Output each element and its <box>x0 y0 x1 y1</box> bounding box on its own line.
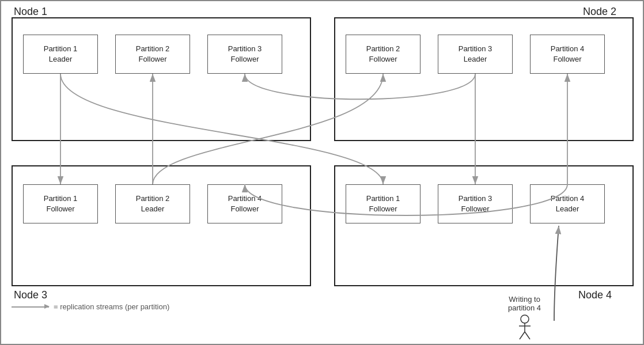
node2-label: Node 2 <box>583 6 616 18</box>
svg-line-4 <box>520 332 525 339</box>
svg-point-1 <box>521 315 529 323</box>
partition-n4-p3: Partition 3 Follower <box>438 184 513 223</box>
partition-n4-p1: Partition 1 Follower <box>346 184 421 223</box>
partition-n3-p1: Partition 1 Follower <box>23 184 98 223</box>
node4-box <box>334 165 634 286</box>
partition-n1-p2: Partition 2 Follower <box>115 35 190 74</box>
diagram-container: Node 1 Node 2 Node 3 Node 4 Partition 1 … <box>0 0 644 345</box>
partition-n2-p2: Partition 2 Follower <box>346 35 421 74</box>
partition-n3-p2: Partition 2 Leader <box>115 184 190 223</box>
node4-label: Node 4 <box>578 289 612 301</box>
partition-n1-p1: Partition 1 Leader <box>23 35 98 74</box>
writing-label: Writing to partition 4 <box>508 295 541 342</box>
partition-n2-p4: Partition 4 Follower <box>530 35 605 74</box>
node3-label: Node 3 <box>14 289 47 301</box>
partition-n2-p3: Partition 3 Leader <box>438 35 513 74</box>
node3-box <box>12 165 311 286</box>
partition-n4-p4: Partition 4 Leader <box>530 184 605 223</box>
svg-line-5 <box>525 332 530 339</box>
partition-n1-p3: Partition 3 Follower <box>207 35 282 74</box>
node1-label: Node 1 <box>14 6 47 18</box>
stick-figure <box>516 314 533 340</box>
legend-text: = replication streams (per partition) <box>54 302 169 311</box>
legend: = replication streams (per partition) <box>12 302 169 311</box>
partition-n3-p4: Partition 4 Follower <box>207 184 282 223</box>
